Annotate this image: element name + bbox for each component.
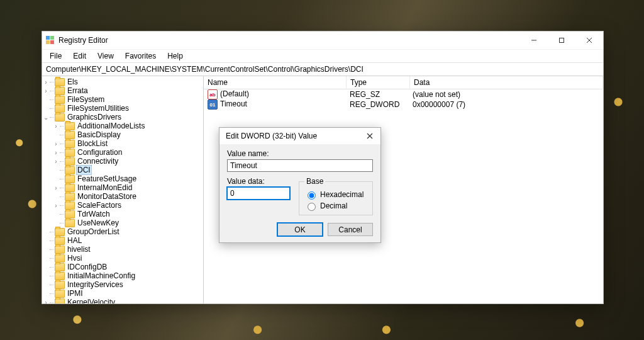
dialog-close-button[interactable]	[363, 129, 377, 143]
tree-item[interactable]: ›Els	[42, 77, 204, 86]
value-data: (value not set)	[409, 90, 603, 99]
chevron-right-icon[interactable]: ›	[42, 79, 50, 86]
tree-item-label: FeatureSetUsage	[77, 174, 136, 183]
tree-item-label: KernelVelocity	[67, 298, 115, 303]
tree-item-label: InitialMachineConfig	[67, 271, 135, 280]
chevron-right-icon[interactable]: ›	[52, 149, 60, 156]
chevron-right-icon[interactable]: ›	[42, 299, 50, 304]
tree-item-label: HAL	[67, 236, 82, 245]
tree-item[interactable]: IDConfigDB	[42, 263, 204, 271]
close-button[interactable]	[575, 31, 603, 49]
tree-item-label: ScaleFactors	[77, 201, 121, 210]
list-row[interactable]: ab(Default)REG_SZ(value not set)	[204, 89, 603, 99]
radio-dec-label: Decimal	[320, 201, 347, 210]
list-header: Name Type Data	[204, 76, 603, 89]
list-row[interactable]: 01TimeoutREG_DWORD0x00000007 (7)	[204, 99, 603, 110]
menu-view[interactable]: View	[92, 50, 119, 62]
value-type: REG_DWORD	[346, 100, 409, 109]
tree-item[interactable]: Hvsi	[42, 254, 204, 263]
maximize-button[interactable]	[548, 31, 575, 49]
address-input[interactable]	[45, 64, 601, 74]
ok-button[interactable]: OK	[277, 223, 323, 236]
app-icon	[46, 36, 55, 45]
tree-item-label: GraphicsDrivers	[67, 113, 121, 122]
tree-item[interactable]: ›KernelVelocity	[42, 298, 204, 303]
radio-dec[interactable]	[308, 203, 316, 211]
tree-item-label: BasicDisplay	[77, 130, 121, 139]
titlebar[interactable]: Registry Editor	[42, 31, 603, 50]
tree-item-label: InternalMonEdid	[77, 183, 132, 192]
col-name[interactable]: Name	[204, 76, 347, 89]
tree-item-label: TdrWatch	[77, 210, 110, 218]
tree-item-label: Configuration	[77, 148, 122, 157]
tree-item-label: IDConfigDB	[67, 263, 107, 271]
tree-item-label: BlockList	[77, 139, 108, 148]
tree-item[interactable]: InitialMachineConfig	[42, 271, 204, 280]
tree-item-label: AdditionalModeLists	[77, 122, 145, 130]
window-title: Registry Editor	[58, 36, 108, 45]
value-name: Timeout	[220, 99, 247, 108]
tree-item-label: FileSystemUtilities	[67, 104, 129, 113]
value-data: 0x00000007 (7)	[409, 100, 603, 109]
chevron-right-icon[interactable]: ›	[52, 202, 60, 209]
folder-icon	[55, 298, 65, 304]
value-name-input[interactable]	[227, 159, 373, 172]
tree-item[interactable]: GroupOrderList	[42, 227, 204, 236]
tree-item[interactable]: IPMI	[42, 289, 204, 298]
tree-item-label: IntegrityServices	[67, 280, 123, 289]
menu-help[interactable]: Help	[162, 50, 188, 62]
string-value-icon: ab	[208, 89, 218, 99]
tree-item-label: FileSystem	[67, 95, 104, 104]
chevron-right-icon[interactable]: ›	[42, 88, 50, 94]
dialog-titlebar[interactable]: Edit DWORD (32-bit) Value	[219, 128, 380, 144]
edit-dword-dialog: Edit DWORD (32-bit) Value Value name: Va…	[219, 127, 381, 243]
tree-item[interactable]: ›Errata	[42, 86, 204, 95]
folder-icon	[65, 219, 75, 227]
radio-hex-label: Hexadecimal	[320, 190, 364, 199]
tree-item-label: Els	[67, 77, 78, 86]
binary-value-icon: 01	[208, 99, 218, 110]
base-group: Base Hexadecimal Decimal	[299, 177, 373, 215]
value-name: (Default)	[220, 89, 249, 98]
tree-item-label: Errata	[67, 86, 88, 95]
menu-file[interactable]: File	[45, 50, 67, 62]
tree-item[interactable]: HAL	[42, 236, 204, 245]
menubar: File Edit View Favorites Help	[42, 50, 603, 63]
registry-editor-window: Registry Editor File Edit View Favorites…	[42, 31, 604, 304]
col-type[interactable]: Type	[347, 76, 410, 89]
dialog-title: Edit DWORD (32-bit) Value	[226, 132, 317, 140]
radio-hex[interactable]	[308, 191, 316, 200]
chevron-down-icon[interactable]: ⌄	[42, 114, 50, 121]
chevron-right-icon[interactable]: ›	[52, 123, 60, 130]
tree-item-label: UseNewKey	[77, 218, 119, 227]
chevron-right-icon[interactable]: ›	[52, 184, 60, 191]
chevron-right-icon[interactable]: ›	[52, 158, 60, 165]
tree-item-label: DCI	[76, 165, 92, 175]
value-data-label: Value data:	[227, 177, 290, 186]
tree-item-label: IPMI	[67, 289, 83, 298]
key-tree[interactable]: ›Els›ErrataFileSystemFileSystemUtilities…	[42, 76, 204, 303]
tree-item[interactable]: FileSystemUtilities	[42, 104, 204, 113]
cancel-button[interactable]: Cancel	[328, 223, 373, 236]
svg-rect-1	[560, 38, 564, 43]
tree-item-label: hivelist	[67, 245, 91, 254]
menu-favorites[interactable]: Favorites	[120, 50, 161, 62]
chevron-right-icon[interactable]: ›	[52, 140, 60, 147]
tree-item-label: Hvsi	[67, 254, 82, 263]
value-data-input[interactable]	[227, 187, 290, 200]
tree-item-label: MonitorDataStore	[77, 192, 136, 201]
menu-edit[interactable]: Edit	[68, 50, 91, 62]
tree-item[interactable]: hivelist	[42, 245, 204, 254]
minimize-button[interactable]	[520, 31, 548, 49]
tree-item-label: GroupOrderList	[67, 227, 119, 236]
tree-item[interactable]: UseNewKey	[42, 218, 204, 227]
folder-icon	[55, 113, 65, 122]
value-type: REG_SZ	[346, 90, 409, 99]
tree-item-label: Connectivity	[77, 157, 118, 166]
value-name-label: Value name:	[227, 149, 373, 158]
col-data[interactable]: Data	[410, 76, 603, 89]
tree-item[interactable]: FileSystem	[42, 95, 204, 104]
base-legend: Base	[304, 177, 325, 186]
address-bar[interactable]	[42, 63, 603, 76]
tree-item[interactable]: IntegrityServices	[42, 280, 204, 289]
